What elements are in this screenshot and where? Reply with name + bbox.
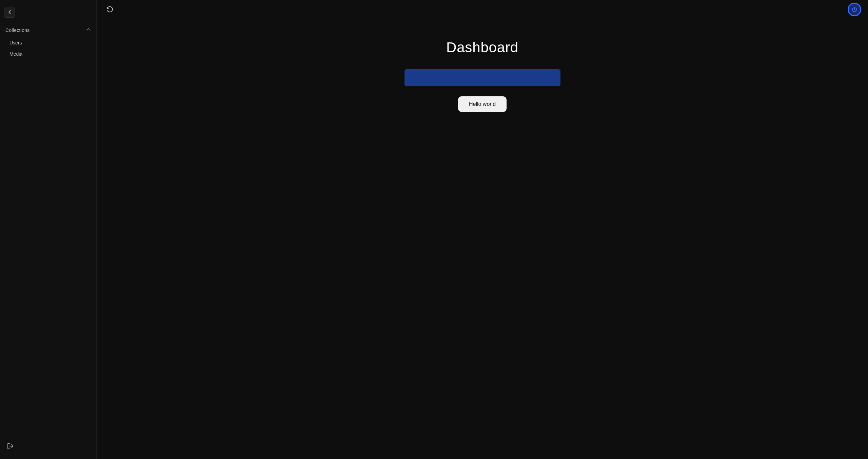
logout-button[interactable]: [4, 440, 16, 452]
power-icon: [851, 6, 858, 13]
collections-section: Collections Users Media: [0, 23, 96, 62]
sidebar-header: [0, 4, 96, 20]
sidebar-item-media[interactable]: Media: [3, 49, 94, 59]
sidebar-item-users-label: Users: [9, 40, 22, 45]
sidebar-item-users[interactable]: Users: [3, 37, 94, 48]
refresh-icon: [106, 6, 113, 13]
collapse-sidebar-button[interactable]: [4, 7, 15, 18]
sidebar-bottom: [0, 437, 96, 455]
dashboard-area: Dashboard Hello world: [97, 19, 868, 459]
topbar-left: [103, 3, 116, 16]
logout-icon: [6, 442, 14, 450]
topbar: [97, 0, 868, 19]
sidebar: Collections Users Media: [0, 0, 97, 459]
collections-header[interactable]: Collections: [0, 24, 96, 36]
sidebar-nav: Users Media: [0, 36, 96, 61]
sidebar-item-media-label: Media: [9, 51, 22, 57]
main-content: Dashboard Hello world: [97, 0, 868, 459]
topbar-right: [848, 3, 861, 16]
collections-label: Collections: [5, 27, 30, 33]
hello-world-button[interactable]: Hello world: [458, 96, 507, 112]
refresh-button[interactable]: [103, 3, 116, 16]
blue-bar-widget: [405, 69, 560, 86]
chevron-left-icon: [6, 9, 13, 16]
chevron-up-icon: [86, 27, 91, 33]
sidebar-top: Collections Users Media: [0, 4, 96, 62]
power-button[interactable]: [848, 3, 861, 16]
dashboard-title: Dashboard: [446, 39, 518, 56]
